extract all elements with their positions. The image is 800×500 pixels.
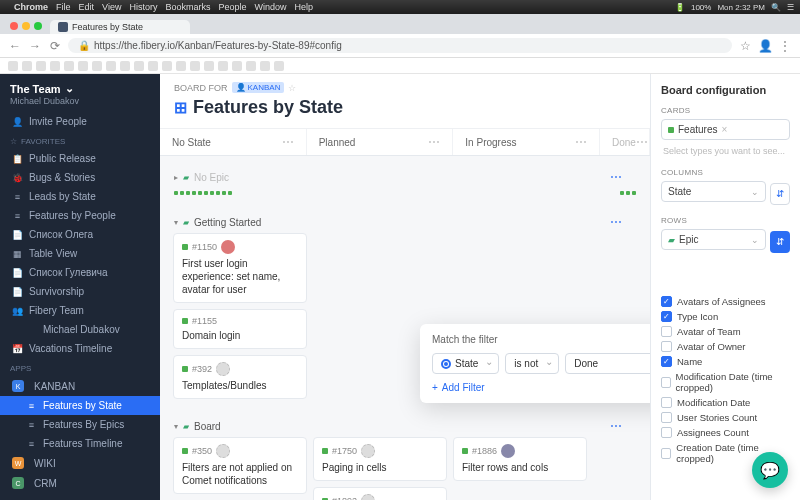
sidebar-item[interactable]: ≡Features by State bbox=[0, 396, 160, 415]
battery-icon: 🔋 bbox=[675, 3, 685, 12]
field-toggle[interactable]: ✓Type Icon bbox=[661, 309, 790, 324]
card-id: #1886 bbox=[472, 446, 497, 456]
sidebar-item[interactable]: 📅Vacations Timeline bbox=[0, 339, 160, 358]
sidebar-item[interactable]: ≡Features by People bbox=[0, 206, 160, 225]
field-toggle[interactable]: ✓Avatars of Assignees bbox=[661, 294, 790, 309]
reload-icon[interactable]: ⟳ bbox=[48, 39, 62, 53]
browser-tab[interactable]: Features by State bbox=[50, 20, 190, 34]
back-icon[interactable]: ← bbox=[8, 39, 22, 53]
more-icon[interactable]: ⋯ bbox=[610, 170, 622, 184]
avatar bbox=[501, 444, 515, 458]
intercom-launcher[interactable]: 💬 bbox=[752, 452, 788, 488]
more-icon[interactable]: ⋯ bbox=[428, 135, 440, 149]
checkbox-icon bbox=[661, 326, 672, 337]
card-id: #1155 bbox=[192, 316, 217, 326]
type-icon bbox=[182, 318, 188, 324]
filter-op-select[interactable]: is not bbox=[505, 353, 559, 374]
column-header[interactable]: No State⋯ bbox=[160, 129, 307, 155]
columns-filter-button[interactable]: ⇵ bbox=[770, 183, 790, 205]
forward-icon[interactable]: → bbox=[28, 39, 42, 53]
mac-app-name[interactable]: Chrome bbox=[14, 2, 48, 12]
collapse-icon[interactable]: ▾ bbox=[174, 218, 178, 227]
star-icon[interactable]: ☆ bbox=[288, 83, 296, 93]
kanban-card[interactable]: #1750Paging in cells bbox=[313, 437, 447, 481]
feature-icon bbox=[668, 127, 674, 133]
sidebar-item[interactable]: ≡Features Timeline bbox=[0, 434, 160, 453]
field-toggle[interactable]: Modification Date bbox=[661, 395, 790, 410]
tab-favicon bbox=[58, 22, 68, 32]
rows-select[interactable]: ▰ Epic⌄ bbox=[661, 229, 766, 250]
sidebar-item[interactable]: 📄Список Олега bbox=[0, 225, 160, 244]
sidebar-item[interactable]: 👥Fibery Team bbox=[0, 301, 160, 320]
config-panel: Board configuration CARDS Features × Sel… bbox=[650, 74, 800, 500]
filter-value-select[interactable]: Done bbox=[565, 353, 650, 374]
field-toggle[interactable]: Avatar of Owner bbox=[661, 339, 790, 354]
column-header[interactable]: Done⋯ bbox=[600, 129, 650, 155]
more-icon[interactable]: ⋯ bbox=[575, 135, 587, 149]
wiki-app[interactable]: W WIKI bbox=[0, 453, 160, 473]
rows-filter-button[interactable]: ⇵ bbox=[770, 231, 790, 253]
maximize-window-icon[interactable] bbox=[34, 22, 42, 30]
sidebar-item[interactable]: ≡Features By Epics bbox=[0, 415, 160, 434]
field-toggle[interactable]: Modification Date (time cropped) bbox=[661, 369, 790, 395]
cards-type-select[interactable]: Features × bbox=[661, 119, 790, 140]
checkbox-icon: ✓ bbox=[661, 296, 672, 307]
minimize-window-icon[interactable] bbox=[22, 22, 30, 30]
close-window-icon[interactable] bbox=[10, 22, 18, 30]
field-toggle[interactable]: Avatar of Team bbox=[661, 324, 790, 339]
collapse-icon[interactable]: ▸ bbox=[174, 173, 178, 182]
sidebar-item[interactable]: 📄Survivorship bbox=[0, 282, 160, 301]
chrome-toolbar: ← → ⟳ 🔒 https://the.fibery.io/Kanban/Fea… bbox=[0, 34, 800, 58]
breadcrumb-app[interactable]: 👤KANBAN bbox=[232, 82, 285, 93]
field-toggle[interactable]: Assignees Count bbox=[661, 425, 790, 440]
swimlane-header[interactable]: ▾ ▰ Board ⋯ bbox=[160, 415, 650, 437]
chrome-menu-icon[interactable]: ⋮ bbox=[778, 39, 792, 53]
address-bar[interactable]: 🔒 https://the.fibery.io/Kanban/Features-… bbox=[68, 38, 732, 53]
clear-icon[interactable]: × bbox=[721, 124, 727, 135]
more-icon[interactable]: ⋯ bbox=[282, 135, 294, 149]
kanban-card[interactable]: #1155Domain login bbox=[173, 309, 307, 349]
add-filter-button[interactable]: + Add Filter bbox=[432, 382, 650, 393]
window-controls[interactable] bbox=[4, 22, 48, 34]
sidebar-item[interactable]: Michael Dubakov bbox=[0, 320, 160, 339]
field-toggle[interactable]: User Stories Count bbox=[661, 410, 790, 425]
filter-field-select[interactable]: State bbox=[432, 353, 499, 374]
panel-title: Board configuration bbox=[661, 84, 790, 96]
swimlane-header[interactable]: ▾ ▰ Getting Started ⋯ bbox=[160, 211, 650, 233]
avatar-icon[interactable]: 👤 bbox=[758, 39, 772, 53]
collapse-icon[interactable]: ▾ bbox=[174, 422, 178, 431]
sidebar-item[interactable]: ≡Leads by State bbox=[0, 187, 160, 206]
menu-icon[interactable]: ☰ bbox=[787, 3, 794, 12]
avatar-empty-icon bbox=[361, 444, 375, 458]
sidebar-item[interactable]: ▦Table View bbox=[0, 244, 160, 263]
invite-people-link[interactable]: 👤 Invite People bbox=[0, 112, 160, 131]
team-switcher[interactable]: The Team⌄ bbox=[10, 82, 150, 95]
card-title: Templates/Bundles bbox=[182, 379, 298, 392]
sidebar-item[interactable]: 📋Public Release bbox=[0, 149, 160, 168]
more-icon[interactable]: ⋯ bbox=[636, 135, 648, 149]
field-toggle[interactable]: ✓Name bbox=[661, 354, 790, 369]
star-icon[interactable]: ☆ bbox=[738, 39, 752, 53]
more-icon[interactable]: ⋯ bbox=[610, 215, 622, 229]
spotlight-icon[interactable]: 🔍 bbox=[771, 3, 781, 12]
type-icon bbox=[322, 448, 328, 454]
card-id: #1892 bbox=[332, 496, 357, 500]
column-header[interactable]: In Progress⋯ bbox=[453, 129, 600, 155]
sidebar-item[interactable]: 🐞Bugs & Stories bbox=[0, 168, 160, 187]
columns-select[interactable]: State⌄ bbox=[661, 181, 766, 202]
sidebar-item[interactable]: 📄Список Гулевича bbox=[0, 263, 160, 282]
more-icon[interactable]: ⋯ bbox=[610, 419, 622, 433]
avatar bbox=[221, 240, 235, 254]
column-header[interactable]: Planned⋯ bbox=[307, 129, 454, 155]
kanban-card[interactable]: #1892Custom units in lanes (several) bbox=[313, 487, 447, 500]
board-icon: ≡ bbox=[26, 400, 37, 411]
card-title: Filter rows and cols bbox=[462, 461, 578, 474]
lock-icon: 🔒 bbox=[78, 40, 90, 51]
kanban-app[interactable]: K KANBAN bbox=[0, 376, 160, 396]
kanban-card[interactable]: #1150First user login experience: set na… bbox=[173, 233, 307, 303]
kanban-card[interactable]: #350Filters are not applied on Comet not… bbox=[173, 437, 307, 494]
kanban-card[interactable]: #392Templates/Bundles bbox=[173, 355, 307, 399]
kanban-card[interactable]: #1886Filter rows and cols bbox=[453, 437, 587, 481]
crm-app[interactable]: C CRM bbox=[0, 473, 160, 493]
swimlane-header[interactable]: ▸ ▰ No Epic ⋯ bbox=[160, 166, 650, 188]
